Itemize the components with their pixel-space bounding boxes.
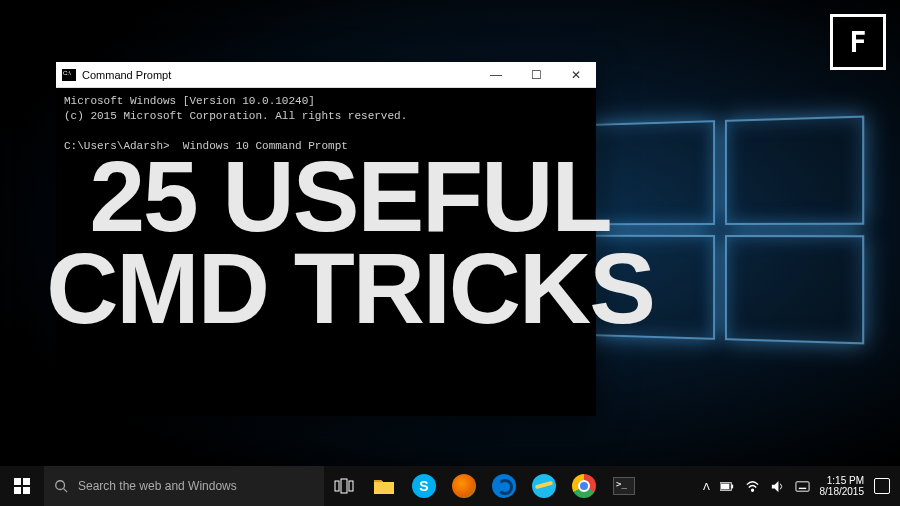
search-box[interactable]: Search the web and Windows (44, 466, 324, 506)
svg-line-5 (64, 489, 68, 493)
start-button[interactable] (0, 466, 44, 506)
svg-rect-10 (731, 484, 733, 488)
battery-icon[interactable] (720, 479, 735, 494)
svg-rect-11 (720, 483, 728, 489)
file-explorer-button[interactable] (364, 466, 404, 506)
svg-rect-8 (349, 481, 353, 491)
window-title: Command Prompt (82, 69, 476, 81)
edge-button[interactable] (484, 466, 524, 506)
windows-logo-wallpaper (587, 116, 865, 345)
search-icon (54, 479, 68, 493)
svg-point-12 (751, 489, 753, 491)
windows-icon (14, 478, 30, 494)
svg-rect-7 (341, 479, 347, 493)
taskview-button[interactable] (324, 466, 364, 506)
svg-rect-6 (335, 481, 339, 491)
system-tray: ᐱ 1:15 PM 8/18/2015 (703, 475, 901, 497)
edge-icon (492, 474, 516, 498)
svg-rect-3 (23, 487, 30, 494)
skype-icon: S (412, 474, 436, 498)
search-placeholder: Search the web and Windows (78, 479, 237, 493)
wifi-icon[interactable] (745, 479, 760, 494)
minimize-button[interactable]: — (476, 62, 516, 88)
clock-date: 8/18/2015 (820, 486, 865, 497)
command-prompt-window: Command Prompt — ☐ ✕ Microsoft Windows [… (56, 62, 596, 416)
volume-icon[interactable] (770, 479, 785, 494)
close-button[interactable]: ✕ (556, 62, 596, 88)
firefox-icon (452, 474, 476, 498)
taskbar: Search the web and Windows S (0, 466, 900, 506)
svg-point-4 (56, 481, 65, 490)
cmd-icon (62, 69, 76, 81)
firefox-button[interactable] (444, 466, 484, 506)
terminal-line: Microsoft Windows [Version 10.0.10240] (64, 95, 315, 107)
ie-button[interactable] (524, 466, 564, 506)
chrome-icon (572, 474, 596, 498)
terminal-body[interactable]: Microsoft Windows [Version 10.0.10240] (… (56, 88, 596, 416)
ie-icon (532, 474, 556, 498)
svg-rect-1 (23, 478, 30, 485)
keyboard-icon[interactable] (795, 479, 810, 494)
svg-rect-2 (14, 487, 21, 494)
window-titlebar[interactable]: Command Prompt — ☐ ✕ (56, 62, 596, 88)
svg-rect-13 (795, 481, 808, 490)
taskview-icon (334, 478, 354, 494)
terminal-icon: >_ (613, 477, 635, 495)
svg-rect-0 (14, 478, 21, 485)
action-center-button[interactable] (874, 478, 890, 494)
tray-overflow-button[interactable]: ᐱ (703, 481, 710, 492)
clock[interactable]: 1:15 PM 8/18/2015 (820, 475, 865, 497)
skype-button[interactable]: S (404, 466, 444, 506)
clock-time: 1:15 PM (820, 475, 865, 486)
terminal-prompt: C:\Users\Adarsh> Windows 10 Command Prom… (64, 140, 348, 152)
chrome-button[interactable] (564, 466, 604, 506)
watermark-badge: F (830, 14, 886, 70)
maximize-button[interactable]: ☐ (516, 62, 556, 88)
folder-icon (373, 477, 395, 495)
terminal-button[interactable]: >_ (604, 466, 644, 506)
terminal-line: (c) 2015 Microsoft Corporation. All righ… (64, 110, 407, 122)
taskbar-pinned: S >_ (324, 466, 644, 506)
